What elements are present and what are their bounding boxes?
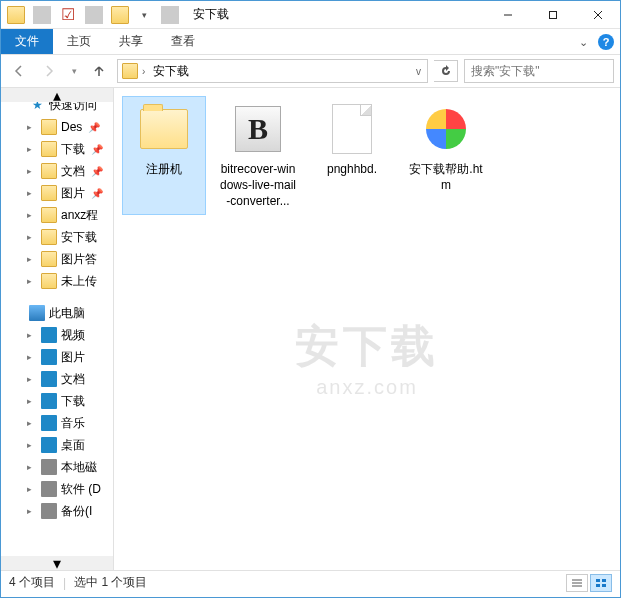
sidebar-item[interactable]: 此电脑: [1, 302, 113, 324]
sidebar-item[interactable]: ▸文档: [1, 368, 113, 390]
separator: [33, 6, 51, 24]
sidebar-item[interactable]: ▸anxz程: [1, 204, 113, 226]
sidebar-item[interactable]: ▸安下载: [1, 226, 113, 248]
sidebar-item[interactable]: ▸备份(I: [1, 500, 113, 522]
sidebar-item[interactable]: ▸未上传: [1, 270, 113, 292]
checkbox-icon[interactable]: ☑: [59, 6, 77, 24]
sidebar-item[interactable]: ▸Des📌: [1, 116, 113, 138]
expand-icon[interactable]: ▸: [27, 144, 37, 154]
minimize-button[interactable]: [485, 1, 530, 29]
svg-rect-8: [602, 579, 606, 582]
svg-rect-1: [549, 11, 556, 18]
sidebar-item-label: 图片: [61, 185, 85, 202]
sidebar-item-label: 图片: [61, 349, 85, 366]
file-list[interactable]: 注册机Bbitrecover-windows-live-mail-convert…: [114, 88, 620, 570]
dropdown-icon[interactable]: ▾: [135, 6, 153, 24]
tab-view[interactable]: 查看: [157, 29, 209, 54]
library-icon: [41, 371, 57, 387]
svg-rect-9: [596, 584, 600, 587]
sidebar-item-label: 安下载: [61, 229, 97, 246]
expand-icon[interactable]: ▸: [27, 352, 37, 362]
file-item[interactable]: 注册机: [122, 96, 206, 215]
sidebar-item[interactable]: ▸音乐: [1, 412, 113, 434]
pin-icon: 📌: [91, 144, 103, 155]
sidebar-item-label: 图片答: [61, 251, 97, 268]
scroll-down-button[interactable]: ▾: [1, 556, 113, 570]
library-icon: [41, 459, 57, 475]
pin-icon: 📌: [88, 122, 100, 133]
scroll-up-button[interactable]: ▴: [1, 88, 113, 102]
sidebar-item[interactable]: ▸视频: [1, 324, 113, 346]
tab-share[interactable]: 共享: [105, 29, 157, 54]
expand-icon[interactable]: ▸: [27, 166, 37, 176]
sidebar-item[interactable]: ▸图片: [1, 346, 113, 368]
folder-icon: [41, 207, 57, 223]
sidebar-item[interactable]: ▸软件 (D: [1, 478, 113, 500]
file-label: bitrecover-windows-live-mail-converter..…: [219, 161, 297, 210]
breadcrumb[interactable]: 安下载: [149, 63, 193, 80]
folder-icon: [140, 109, 188, 149]
sidebar-item[interactable]: ▸桌面: [1, 434, 113, 456]
library-icon: [41, 349, 57, 365]
expand-icon[interactable]: ▸: [27, 440, 37, 450]
expand-icon[interactable]: ▸: [27, 374, 37, 384]
search-input[interactable]: [471, 64, 607, 78]
maximize-button[interactable]: [530, 1, 575, 29]
search-box[interactable]: [464, 59, 614, 83]
sidebar-item-label: 音乐: [61, 415, 85, 432]
icons-view-button[interactable]: [590, 574, 612, 592]
sidebar-item[interactable]: ▸本地磁: [1, 456, 113, 478]
sidebar-item[interactable]: ▸文档📌: [1, 160, 113, 182]
expand-icon[interactable]: ▸: [27, 418, 37, 428]
details-view-button[interactable]: [566, 574, 588, 592]
sidebar-item[interactable]: ▸图片答: [1, 248, 113, 270]
sidebar-item[interactable]: ▸下载: [1, 390, 113, 412]
expand-icon[interactable]: ▸: [27, 462, 37, 472]
expand-icon[interactable]: ▸: [27, 210, 37, 220]
chevron-down-icon[interactable]: v: [416, 66, 421, 77]
sidebar-item-label: 桌面: [61, 437, 85, 454]
sidebar-item-label: 未上传: [61, 273, 97, 290]
up-button[interactable]: [87, 59, 111, 83]
file-item[interactable]: pnghhbd.: [310, 96, 394, 215]
tab-file[interactable]: 文件: [1, 29, 53, 54]
html-icon: [426, 109, 466, 149]
expand-icon[interactable]: ▸: [27, 276, 37, 286]
expand-icon[interactable]: ▸: [27, 330, 37, 340]
expand-icon[interactable]: ▸: [27, 506, 37, 516]
recent-dropdown[interactable]: ▾: [67, 59, 81, 83]
selection-count: 选中 1 个项目: [74, 574, 147, 591]
window-controls: [485, 1, 620, 29]
expand-icon[interactable]: ▸: [27, 484, 37, 494]
expand-icon[interactable]: ▸: [27, 232, 37, 242]
sidebar-item-label: 下载: [61, 393, 85, 410]
refresh-button[interactable]: [434, 60, 458, 82]
main-area: ▴ ★快速访问▸Des📌▸下载📌▸文档📌▸图片📌▸anxz程▸安下载▸图片答▸未…: [1, 88, 620, 570]
sidebar-item[interactable]: ▸图片📌: [1, 182, 113, 204]
library-icon: [41, 437, 57, 453]
window-title: 安下载: [187, 6, 229, 23]
help-icon[interactable]: ?: [598, 34, 614, 50]
library-icon: [41, 327, 57, 343]
folder-icon: [41, 273, 57, 289]
back-button[interactable]: [7, 59, 31, 83]
forward-button[interactable]: [37, 59, 61, 83]
expand-icon[interactable]: ▸: [27, 188, 37, 198]
expand-icon[interactable]: ▸: [27, 254, 37, 264]
app-icon: B: [235, 106, 281, 152]
chevron-right-icon[interactable]: ›: [142, 66, 145, 77]
library-icon: [41, 393, 57, 409]
close-button[interactable]: [575, 1, 620, 29]
sidebar-item-label: 软件 (D: [61, 481, 101, 498]
expand-icon[interactable]: ▸: [27, 122, 37, 132]
file-item[interactable]: 安下载帮助.htm: [404, 96, 488, 215]
sidebar-item[interactable]: ▸下载📌: [1, 138, 113, 160]
tab-home[interactable]: 主页: [53, 29, 105, 54]
separator: [85, 6, 103, 24]
quick-access-toolbar: ☑ ▾: [1, 6, 187, 24]
file-item[interactable]: Bbitrecover-windows-live-mail-converter.…: [216, 96, 300, 215]
expand-icon[interactable]: ▸: [27, 396, 37, 406]
expand-ribbon-icon[interactable]: ⌄: [579, 36, 588, 49]
address-bar[interactable]: › 安下载 v: [117, 59, 428, 83]
file-label: 注册机: [146, 161, 182, 177]
